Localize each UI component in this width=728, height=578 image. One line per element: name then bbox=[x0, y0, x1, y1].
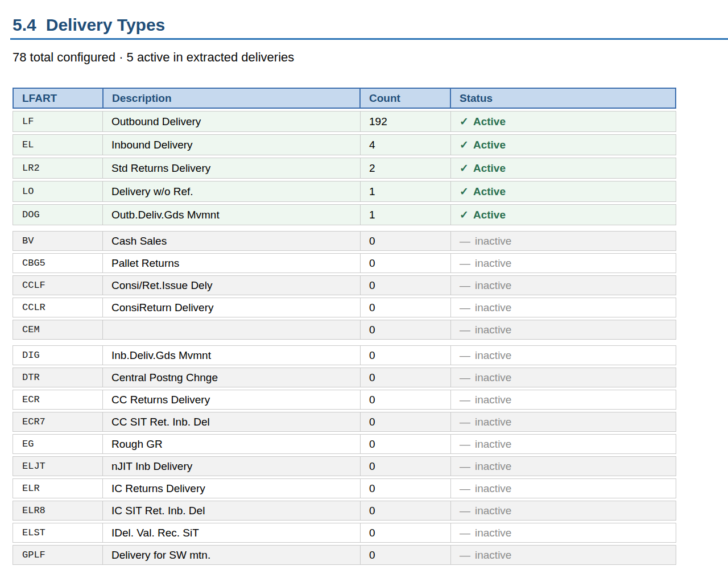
count-cell: 0 bbox=[360, 346, 450, 365]
lfart-cell: CCLR bbox=[13, 298, 102, 317]
description-text: Consi/Ret.Issue Dely bbox=[111, 279, 212, 292]
dash-icon: — bbox=[460, 438, 470, 451]
description-cell: Inb.Deliv.Gds Mvmnt bbox=[102, 346, 360, 365]
dash-icon: — bbox=[460, 482, 470, 495]
status-cell: — inactive bbox=[450, 276, 676, 295]
status-cell: — inactive bbox=[450, 368, 676, 387]
lfart-cell: DTR bbox=[13, 368, 102, 387]
description-text: Outbound Delivery bbox=[111, 115, 201, 128]
count-value: 0 bbox=[369, 482, 375, 495]
status-cell: — inactive bbox=[450, 412, 676, 431]
lfart-cell: ELJT bbox=[13, 457, 102, 476]
lfart-cell: LR2 bbox=[13, 158, 102, 178]
table-body: LF Outbound Delivery 192 ✓ Active EL Inb… bbox=[13, 111, 676, 565]
description-text: Outb.Deliv.Gds Mvmnt bbox=[111, 209, 220, 221]
count-cell: 0 bbox=[360, 412, 450, 431]
description-text: IC Returns Delivery bbox=[111, 482, 205, 495]
description-text: Delivery w/o Ref. bbox=[111, 185, 193, 198]
table-row: ECR CC Returns Delivery 0 — inactive bbox=[13, 390, 676, 410]
status-label: inactive bbox=[475, 371, 511, 384]
lfart-cell: CCLF bbox=[13, 276, 102, 295]
count-cell: 0 bbox=[360, 457, 450, 476]
table-row: GPLF Delivery for SW mtn. 0 — inactive bbox=[13, 545, 676, 565]
summary-line: 78 total configured · 5 active in extrac… bbox=[13, 50, 728, 65]
lfart-cell: LF bbox=[13, 112, 102, 131]
count-cell: 0 bbox=[360, 298, 450, 317]
status-label: Active bbox=[473, 209, 506, 221]
status-label: inactive bbox=[475, 527, 511, 539]
column-header-count: Count bbox=[359, 89, 450, 108]
description-text: Cash Sales bbox=[111, 235, 167, 247]
status-label: inactive bbox=[475, 302, 511, 314]
lfart-code: LR2 bbox=[22, 163, 40, 174]
table-row: ELR8 IC SIT Ret. Inb. Del 0 — inactive bbox=[13, 501, 676, 521]
count-value: 0 bbox=[369, 549, 375, 562]
status-cell: — inactive bbox=[450, 523, 676, 542]
lfart-cell: EL bbox=[13, 135, 102, 155]
description-cell: Std Returns Delivery bbox=[102, 158, 360, 178]
status-label: inactive bbox=[475, 549, 511, 562]
lfart-code: ELR8 bbox=[22, 505, 46, 516]
status-cell: — inactive bbox=[450, 254, 676, 273]
dash-icon: — bbox=[460, 527, 470, 539]
description-text: Pallet Returns bbox=[111, 257, 179, 270]
description-cell: IC SIT Ret. Inb. Del bbox=[102, 501, 360, 520]
count-value: 2 bbox=[369, 162, 375, 175]
status-cell: ✓ Active bbox=[450, 158, 676, 178]
status-cell: ✓ Active bbox=[450, 205, 676, 225]
lfart-cell: ELR bbox=[13, 479, 102, 498]
count-value: 0 bbox=[369, 438, 375, 451]
description-text: CC SIT Ret. Inb. Del bbox=[111, 416, 210, 428]
check-icon: ✓ bbox=[460, 185, 469, 198]
lfart-cell: ELST bbox=[13, 523, 102, 542]
lfart-code: ELJT bbox=[22, 461, 46, 472]
check-icon: ✓ bbox=[460, 115, 469, 128]
status-cell: — inactive bbox=[450, 390, 676, 409]
lfart-code: ELR bbox=[22, 483, 40, 494]
lfart-code: CBG5 bbox=[22, 258, 46, 269]
status-label: inactive bbox=[475, 349, 511, 362]
dash-icon: — bbox=[460, 302, 470, 314]
lfart-cell: ECR7 bbox=[13, 412, 102, 431]
description-cell: Rough GR bbox=[102, 435, 360, 453]
count-value: 0 bbox=[369, 416, 375, 428]
table-row: LR2 Std Returns Delivery 2 ✓ Active bbox=[13, 158, 676, 179]
count-value: 1 bbox=[369, 185, 375, 198]
status-label: inactive bbox=[475, 482, 511, 495]
column-header-lfart: LFART bbox=[14, 89, 102, 108]
count-value: 192 bbox=[369, 115, 387, 128]
count-cell: 192 bbox=[360, 112, 450, 131]
table-row: DOG Outb.Deliv.Gds Mvmnt 1 ✓ Active bbox=[13, 204, 676, 225]
count-value: 4 bbox=[369, 139, 375, 151]
lfart-code: ELST bbox=[22, 527, 46, 538]
dash-icon: — bbox=[460, 505, 470, 517]
count-value: 0 bbox=[369, 257, 375, 270]
description-text: ConsiReturn Delivery bbox=[111, 302, 214, 314]
check-icon: ✓ bbox=[460, 138, 469, 151]
description-cell bbox=[102, 320, 360, 339]
count-cell: 0 bbox=[360, 276, 450, 295]
count-cell: 0 bbox=[360, 546, 450, 564]
count-value: 0 bbox=[369, 235, 375, 247]
description-text: Inbound Delivery bbox=[111, 139, 193, 151]
count-cell: 0 bbox=[360, 390, 450, 409]
check-icon: ✓ bbox=[460, 162, 469, 175]
description-cell: Pallet Returns bbox=[102, 254, 360, 273]
table-row: LF Outbound Delivery 192 ✓ Active bbox=[13, 111, 676, 132]
description-cell: Delivery w/o Ref. bbox=[102, 181, 360, 201]
status-cell: ✓ Active bbox=[450, 135, 676, 155]
count-value: 0 bbox=[369, 527, 375, 539]
status-label: inactive bbox=[475, 505, 511, 517]
section-title: Delivery Types bbox=[46, 15, 166, 34]
description-text: Central Postng Chnge bbox=[111, 371, 218, 384]
delivery-types-table: LFART Description Count Status LF Outbou… bbox=[13, 88, 676, 565]
lfart-code: LO bbox=[22, 186, 34, 197]
description-cell: IC Returns Delivery bbox=[102, 479, 360, 498]
count-value: 0 bbox=[369, 460, 375, 473]
description-cell: IDel. Val. Rec. SiT bbox=[102, 523, 360, 542]
section-number: 5.4 bbox=[13, 15, 36, 34]
description-text: Std Returns Delivery bbox=[111, 162, 210, 175]
status-label: inactive bbox=[475, 235, 511, 247]
dash-icon: — bbox=[460, 349, 470, 362]
status-cell: — inactive bbox=[450, 435, 676, 453]
